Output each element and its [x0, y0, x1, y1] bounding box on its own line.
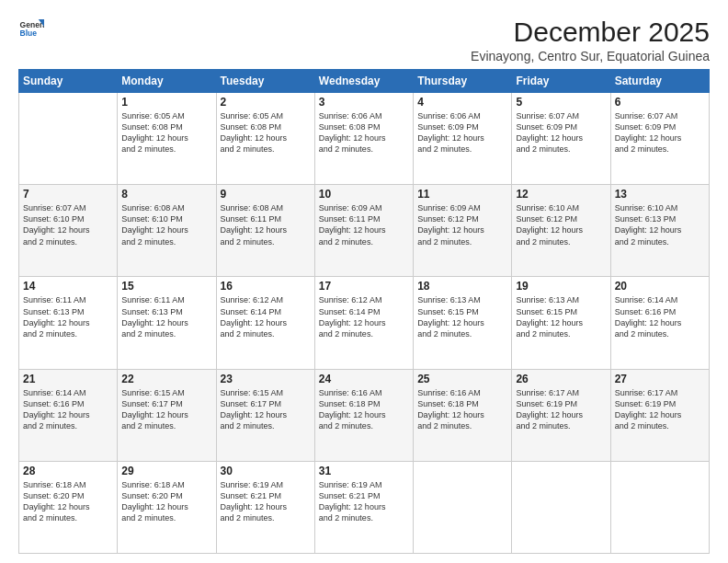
table-row: 28Sunrise: 6:18 AMSunset: 6:20 PMDayligh… [19, 461, 118, 553]
day-number: 31 [319, 465, 409, 477]
day-info: Sunrise: 6:08 AMSunset: 6:11 PMDaylight:… [221, 202, 311, 247]
day-number: 5 [516, 96, 606, 109]
col-saturday: Saturday [610, 70, 709, 93]
day-info: Sunrise: 6:18 AMSunset: 6:20 PMDaylight:… [23, 479, 113, 524]
day-number: 1 [121, 96, 211, 109]
day-number: 21 [23, 373, 113, 385]
table-row: 11Sunrise: 6:09 AMSunset: 6:12 PMDayligh… [414, 185, 512, 277]
month-title: December 2025 [471, 17, 710, 47]
day-info: Sunrise: 6:07 AMSunset: 6:09 PMDaylight:… [516, 110, 606, 155]
day-info: Sunrise: 6:19 AMSunset: 6:21 PMDaylight:… [221, 479, 311, 524]
day-info: Sunrise: 6:16 AMSunset: 6:18 PMDaylight:… [417, 387, 507, 432]
day-info: Sunrise: 6:10 AMSunset: 6:13 PMDaylight:… [615, 202, 705, 247]
table-row: 26Sunrise: 6:17 AMSunset: 6:19 PMDayligh… [512, 369, 610, 461]
day-number: 23 [221, 373, 311, 385]
table-row: 21Sunrise: 6:14 AMSunset: 6:16 PMDayligh… [19, 369, 118, 461]
col-thursday: Thursday [414, 70, 512, 93]
table-row [414, 461, 512, 553]
col-friday: Friday [512, 70, 610, 93]
day-info: Sunrise: 6:13 AMSunset: 6:15 PMDaylight:… [516, 294, 606, 339]
logo: General Blue [18, 17, 44, 42]
day-number: 26 [516, 373, 606, 385]
day-number: 7 [23, 188, 113, 201]
day-info: Sunrise: 6:17 AMSunset: 6:19 PMDaylight:… [615, 387, 705, 432]
day-number: 8 [121, 188, 211, 201]
calendar-row: 7Sunrise: 6:07 AMSunset: 6:10 PMDaylight… [19, 185, 710, 277]
day-number: 17 [319, 280, 409, 293]
table-row: 7Sunrise: 6:07 AMSunset: 6:10 PMDaylight… [19, 185, 118, 277]
day-number: 4 [417, 96, 507, 109]
table-row: 23Sunrise: 6:15 AMSunset: 6:17 PMDayligh… [216, 369, 314, 461]
table-row: 27Sunrise: 6:17 AMSunset: 6:19 PMDayligh… [610, 369, 709, 461]
table-row: 1Sunrise: 6:05 AMSunset: 6:08 PMDaylight… [118, 93, 216, 185]
subtitle: Evinayong, Centro Sur, Equatorial Guinea [471, 49, 710, 63]
table-row: 2Sunrise: 6:05 AMSunset: 6:08 PMDaylight… [216, 93, 314, 185]
title-block: December 2025 Evinayong, Centro Sur, Equ… [471, 17, 710, 63]
day-number: 24 [319, 373, 409, 385]
calendar-table: Sunday Monday Tuesday Wednesday Thursday… [18, 69, 710, 554]
day-info: Sunrise: 6:06 AMSunset: 6:09 PMDaylight:… [417, 110, 507, 155]
day-number: 3 [319, 96, 409, 109]
col-tuesday: Tuesday [216, 70, 314, 93]
day-number: 10 [319, 188, 409, 201]
table-row [512, 461, 610, 553]
table-row: 5Sunrise: 6:07 AMSunset: 6:09 PMDaylight… [512, 93, 610, 185]
table-row [19, 93, 118, 185]
table-row: 9Sunrise: 6:08 AMSunset: 6:11 PMDaylight… [216, 185, 314, 277]
header-row: Sunday Monday Tuesday Wednesday Thursday… [19, 70, 710, 93]
day-info: Sunrise: 6:15 AMSunset: 6:17 PMDaylight:… [221, 387, 311, 432]
day-number: 6 [615, 96, 705, 109]
calendar-row: 21Sunrise: 6:14 AMSunset: 6:16 PMDayligh… [19, 369, 710, 461]
day-number: 29 [121, 465, 211, 477]
calendar-row: 28Sunrise: 6:18 AMSunset: 6:20 PMDayligh… [19, 461, 710, 553]
table-row: 30Sunrise: 6:19 AMSunset: 6:21 PMDayligh… [216, 461, 314, 553]
day-number: 22 [121, 373, 211, 385]
table-row: 19Sunrise: 6:13 AMSunset: 6:15 PMDayligh… [512, 277, 610, 369]
table-row: 10Sunrise: 6:09 AMSunset: 6:11 PMDayligh… [314, 185, 413, 277]
day-info: Sunrise: 6:09 AMSunset: 6:11 PMDaylight:… [319, 202, 409, 247]
day-info: Sunrise: 6:18 AMSunset: 6:20 PMDaylight:… [121, 479, 211, 524]
table-row: 8Sunrise: 6:08 AMSunset: 6:10 PMDaylight… [118, 185, 216, 277]
table-row: 17Sunrise: 6:12 AMSunset: 6:14 PMDayligh… [314, 277, 413, 369]
table-row: 3Sunrise: 6:06 AMSunset: 6:08 PMDaylight… [314, 93, 413, 185]
day-info: Sunrise: 6:11 AMSunset: 6:13 PMDaylight:… [23, 294, 113, 339]
day-info: Sunrise: 6:08 AMSunset: 6:10 PMDaylight:… [121, 202, 211, 247]
day-info: Sunrise: 6:16 AMSunset: 6:18 PMDaylight:… [319, 387, 409, 432]
day-info: Sunrise: 6:07 AMSunset: 6:09 PMDaylight:… [615, 110, 705, 155]
table-row: 12Sunrise: 6:10 AMSunset: 6:12 PMDayligh… [512, 185, 610, 277]
table-row: 16Sunrise: 6:12 AMSunset: 6:14 PMDayligh… [216, 277, 314, 369]
col-monday: Monday [118, 70, 216, 93]
svg-text:Blue: Blue [20, 29, 38, 38]
day-number: 30 [221, 465, 311, 477]
day-info: Sunrise: 6:05 AMSunset: 6:08 PMDaylight:… [121, 110, 211, 155]
table-row: 18Sunrise: 6:13 AMSunset: 6:15 PMDayligh… [414, 277, 512, 369]
day-number: 14 [23, 280, 113, 293]
table-row: 29Sunrise: 6:18 AMSunset: 6:20 PMDayligh… [118, 461, 216, 553]
day-info: Sunrise: 6:12 AMSunset: 6:14 PMDaylight:… [319, 294, 409, 339]
day-number: 19 [516, 280, 606, 293]
col-sunday: Sunday [19, 70, 118, 93]
day-number: 15 [121, 280, 211, 293]
day-info: Sunrise: 6:15 AMSunset: 6:17 PMDaylight:… [121, 387, 211, 432]
day-number: 20 [615, 280, 705, 293]
header: General Blue December 2025 Evinayong, Ce… [18, 17, 710, 63]
day-info: Sunrise: 6:05 AMSunset: 6:08 PMDaylight:… [221, 110, 311, 155]
table-row: 20Sunrise: 6:14 AMSunset: 6:16 PMDayligh… [610, 277, 709, 369]
day-number: 9 [221, 188, 311, 201]
day-info: Sunrise: 6:12 AMSunset: 6:14 PMDaylight:… [221, 294, 311, 339]
table-row: 25Sunrise: 6:16 AMSunset: 6:18 PMDayligh… [414, 369, 512, 461]
table-row: 24Sunrise: 6:16 AMSunset: 6:18 PMDayligh… [314, 369, 413, 461]
day-number: 12 [516, 188, 606, 201]
table-row: 22Sunrise: 6:15 AMSunset: 6:17 PMDayligh… [118, 369, 216, 461]
day-number: 11 [417, 188, 507, 201]
day-info: Sunrise: 6:14 AMSunset: 6:16 PMDaylight:… [23, 387, 113, 432]
day-number: 13 [615, 188, 705, 201]
day-info: Sunrise: 6:11 AMSunset: 6:13 PMDaylight:… [121, 294, 211, 339]
table-row: 15Sunrise: 6:11 AMSunset: 6:13 PMDayligh… [118, 277, 216, 369]
day-info: Sunrise: 6:06 AMSunset: 6:08 PMDaylight:… [319, 110, 409, 155]
calendar-row: 1Sunrise: 6:05 AMSunset: 6:08 PMDaylight… [19, 93, 710, 185]
day-info: Sunrise: 6:09 AMSunset: 6:12 PMDaylight:… [417, 202, 507, 247]
day-number: 25 [417, 373, 507, 385]
page: General Blue December 2025 Evinayong, Ce… [0, 0, 728, 563]
table-row [610, 461, 709, 553]
